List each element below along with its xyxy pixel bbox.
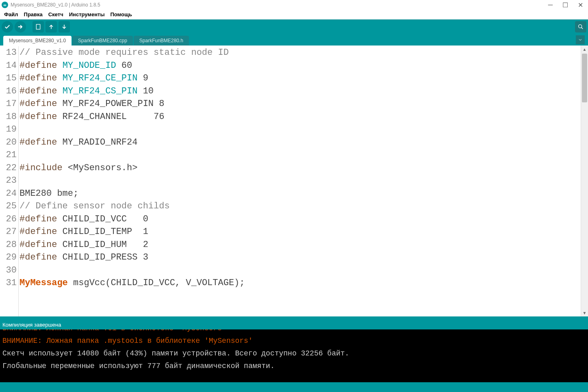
code-line[interactable] [20, 123, 581, 136]
code-line[interactable]: #define MY_NODE_ID 60 [20, 59, 581, 72]
line-number: 29 [0, 251, 17, 264]
menu-edit[interactable]: Правка [22, 11, 45, 18]
scroll-thumb[interactable] [582, 54, 587, 102]
line-number: 22 [0, 162, 17, 175]
line-number: 25 [0, 200, 17, 213]
arduino-logo-icon: ∞ [2, 2, 8, 8]
tab-0[interactable]: Mysensors_BME280_v1.0 [3, 36, 72, 45]
serial-monitor-icon [577, 24, 584, 30]
line-number: 19 [0, 123, 17, 136]
tab-1[interactable]: SparkFunBME280.cpp [72, 36, 133, 45]
serial-monitor-button[interactable] [575, 21, 586, 32]
console-line: Глобальные переменные используют 777 бай… [2, 360, 586, 373]
line-number: 13 [0, 46, 17, 59]
console-line: ВНИМАНИЕ: Ложная папка .ci в библиотеке … [2, 329, 586, 335]
titlebar: ∞ Mysensors_BME280_v1.0 | Arduino 1.8.5 … [0, 0, 588, 10]
menu-sketch[interactable]: Скетч [46, 11, 66, 18]
code-line[interactable]: #define CHILD_ID_TEMP 1 [20, 225, 581, 238]
new-button[interactable] [33, 21, 44, 32]
line-number: 26 [0, 213, 17, 226]
arrow-up-icon [48, 24, 54, 30]
code-editor[interactable]: 13141516171819202122232425262728293031 /… [0, 45, 581, 316]
output-console[interactable]: ВНИМАНИЕ: Ложная папка .ci в библиотеке … [0, 329, 588, 382]
code-line[interactable]: #define MY_RF24_CS_PIN 10 [20, 85, 581, 98]
code-content[interactable]: // Passive mode requires static node ID#… [19, 46, 581, 316]
line-number: 23 [0, 174, 17, 187]
save-button[interactable] [59, 21, 70, 32]
menu-help[interactable]: Помощь [108, 11, 135, 18]
line-number: 18 [0, 110, 17, 123]
toolbar [0, 19, 588, 34]
window-controls: ─ ☐ ✕ [548, 1, 586, 9]
line-number: 21 [0, 149, 17, 162]
arrow-right-icon [17, 24, 24, 30]
editor-area: 13141516171819202122232425262728293031 /… [0, 45, 588, 316]
code-line[interactable]: #define CHILD_ID_PRESS 3 [20, 251, 581, 264]
chevron-down-icon [578, 37, 583, 42]
menu-tools[interactable]: Инструменты [67, 11, 107, 18]
console-line: ВНИМАНИЕ: Ложная папка .mystools в библи… [2, 335, 586, 347]
close-button[interactable]: ✕ [578, 1, 583, 9]
footer-bar [0, 382, 588, 392]
menubar: Файл Правка Скетч Инструменты Помощь [0, 10, 588, 19]
code-line[interactable]: #define MY_RADIO_NRF24 [20, 136, 581, 149]
upload-button[interactable] [15, 21, 26, 32]
maximize-button[interactable]: ☐ [562, 1, 568, 9]
code-line[interactable]: #define CHILD_ID_HUM 2 [20, 238, 581, 251]
console-line: Скетч использует 14080 байт (43%) памяти… [2, 347, 586, 360]
status-divider [0, 316, 588, 320]
code-line[interactable] [20, 149, 581, 162]
code-line[interactable] [20, 264, 581, 277]
window-title: Mysensors_BME280_v1.0 | Arduino 1.8.5 [11, 2, 548, 8]
verify-button[interactable] [2, 21, 13, 32]
menu-file[interactable]: Файл [2, 11, 21, 18]
arrow-down-icon [61, 24, 67, 30]
minimize-button[interactable]: ─ [548, 1, 553, 9]
line-number: 24 [0, 187, 17, 200]
line-number: 28 [0, 238, 17, 251]
line-number: 31 [0, 277, 17, 290]
code-line[interactable]: #define MY_RF24_CE_PIN 9 [20, 72, 581, 85]
open-button[interactable] [46, 21, 57, 32]
tab-dropdown-button[interactable] [576, 35, 585, 44]
status-message: Компиляция завершена [2, 322, 61, 328]
line-gutter: 13141516171819202122232425262728293031 [0, 46, 19, 316]
code-line[interactable]: #define MY_RF24_POWER_PIN 8 [20, 97, 581, 110]
code-line[interactable]: BME280 bme; [20, 187, 581, 200]
svg-rect-0 [36, 24, 40, 29]
code-line[interactable]: // Define sensor node childs [20, 200, 581, 213]
line-number: 27 [0, 225, 17, 238]
line-number: 16 [0, 85, 17, 98]
line-number: 30 [0, 264, 17, 277]
code-line[interactable]: #define RF24_CHANNEL 76 [20, 110, 581, 123]
tab-2[interactable]: SparkFunBME280.h [134, 36, 189, 45]
scroll-down-icon[interactable]: ▼ [581, 309, 588, 316]
line-number: 20 [0, 136, 17, 149]
code-line[interactable]: // Passive mode requires static node ID [20, 46, 581, 59]
vertical-scrollbar[interactable]: ▲ ▼ [581, 45, 588, 316]
status-bar: Компиляция завершена [0, 320, 588, 329]
line-number: 15 [0, 72, 17, 85]
line-number: 17 [0, 97, 17, 110]
code-line[interactable]: #define CHILD_ID_VCC 0 [20, 213, 581, 226]
file-icon [35, 24, 41, 30]
scroll-up-icon[interactable]: ▲ [581, 45, 588, 53]
code-line[interactable]: #include <MySensors.h> [20, 162, 581, 175]
line-number: 14 [0, 59, 17, 72]
tabbar: Mysensors_BME280_v1.0SparkFunBME280.cppS… [0, 34, 588, 45]
code-line[interactable] [20, 174, 581, 187]
code-line[interactable]: MyMessage msgVcc(CHILD_ID_VCC, V_VOLTAGE… [20, 277, 581, 290]
check-icon [4, 24, 11, 30]
